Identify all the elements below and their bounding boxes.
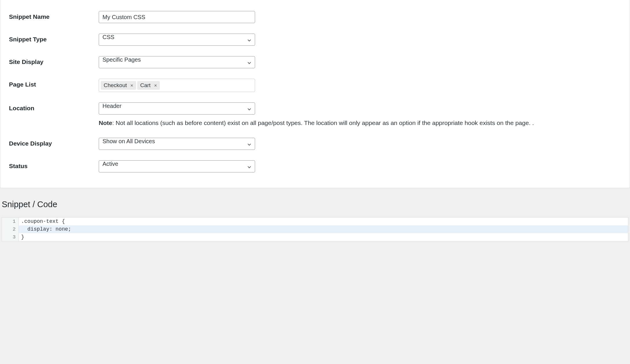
note-body: : Not all locations (such as before cont… xyxy=(112,120,534,126)
row-site-display: Site Display Specific Pages xyxy=(0,51,630,73)
close-icon[interactable]: × xyxy=(130,83,134,88)
label-page-list: Page List xyxy=(9,79,99,88)
row-snippet-name: Snippet Name xyxy=(0,6,630,28)
label-status: Status xyxy=(9,160,99,170)
label-snippet-name: Snippet Name xyxy=(9,11,99,20)
code-text[interactable]: .coupon-text { xyxy=(19,218,65,225)
line-number: 3 xyxy=(2,233,19,241)
label-location: Location xyxy=(9,102,99,112)
row-status: Status Active xyxy=(0,155,630,178)
line-number: 1 xyxy=(2,218,19,225)
page-tag: Checkout × xyxy=(101,81,136,90)
row-device-display: Device Display Show on All Devices xyxy=(0,133,630,155)
snippet-settings-panel: Snippet Name Snippet Type CSS Site Displ… xyxy=(0,0,630,188)
note-label: Note xyxy=(99,120,112,126)
label-snippet-type: Snippet Type xyxy=(9,34,99,43)
row-location: Location Header Note: Not all locations … xyxy=(0,97,630,133)
code-line: 3 } xyxy=(2,233,628,241)
tag-label: Checkout xyxy=(104,82,127,89)
location-note: Note: Not all locations (such as before … xyxy=(99,119,621,127)
close-icon[interactable]: × xyxy=(153,83,158,88)
status-select[interactable]: Active xyxy=(99,160,255,172)
code-text[interactable]: } xyxy=(19,233,24,241)
page-tag: Cart × xyxy=(137,81,160,90)
row-snippet-type: Snippet Type CSS xyxy=(0,28,630,51)
code-line: 1 .coupon-text { xyxy=(2,218,628,225)
label-device-display: Device Display xyxy=(9,138,99,147)
code-section-heading: Snippet / Code xyxy=(2,200,630,209)
site-display-select[interactable]: Specific Pages xyxy=(99,56,255,68)
line-number: 2 xyxy=(2,225,19,233)
tag-label: Cart xyxy=(140,82,151,89)
page-list-input[interactable]: Checkout × Cart × xyxy=(99,79,255,92)
snippet-name-input[interactable] xyxy=(99,11,255,23)
device-display-select[interactable]: Show on All Devices xyxy=(99,138,255,150)
row-page-list: Page List Checkout × Cart × xyxy=(0,73,630,97)
location-select[interactable]: Header xyxy=(99,102,255,115)
snippet-type-select[interactable]: CSS xyxy=(99,34,255,46)
label-site-display: Site Display xyxy=(9,56,99,65)
code-line: 2 display: none; xyxy=(2,225,628,233)
code-editor[interactable]: 1 .coupon-text { 2 display: none; 3 } xyxy=(2,217,628,241)
code-text[interactable]: display: none; xyxy=(19,225,71,233)
